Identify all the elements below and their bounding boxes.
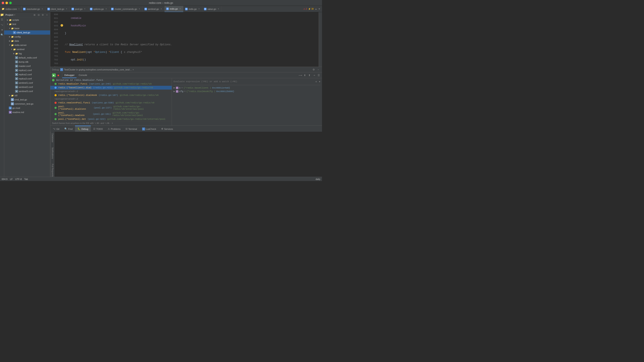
step-into-btn[interactable]: ⬇ (303, 73, 307, 77)
tab-close-icon[interactable]: × (160, 8, 163, 11)
notifications-panel-btn[interactable]: Notifications (51, 147, 54, 159)
tab-pool[interactable]: G pool.go × (70, 6, 88, 12)
pull-requests-panel-btn[interactable]: Pull Requests (51, 164, 54, 177)
resume-btn[interactable]: ▶ (52, 73, 56, 77)
step-over-btn[interactable]: ⟶ (298, 73, 302, 77)
tab-todo[interactable]: ☑ TODO (91, 126, 106, 132)
close-button[interactable] (2, 2, 4, 4)
tab-terminal[interactable]: ⊡ Terminal (123, 126, 140, 132)
step-out-btn[interactable]: ⬆ (307, 73, 312, 77)
var-expand-icon[interactable]: ▶ (174, 86, 175, 89)
frame-1[interactable]: redis.NewDialer.func1 (options.go:246) g… (50, 82, 172, 86)
tab-osscluster[interactable]: G osscluster.go × (22, 6, 46, 12)
tab-redis-go-active[interactable]: G redis.go × (164, 6, 184, 12)
tab-debugger[interactable]: Debugger (62, 73, 76, 78)
code-editor[interactable]: cmdable hooksMixin } // NewClient return… (64, 12, 319, 67)
tree-item-readme-md[interactable]: M readme.md (4, 110, 50, 114)
line-ending-info[interactable]: LF (10, 178, 13, 180)
tab-client-test[interactable]: G client_test.go × (46, 6, 70, 12)
tree-item-go-mod[interactable]: G go.mod (4, 106, 50, 110)
tree-item-master-conf[interactable]: N master.conf (4, 64, 50, 68)
frame-6[interactable]: pool.(*ConnPool).newConn (pool.go:191) g… (50, 111, 172, 117)
tree-item-replica3-conf[interactable]: N replica3.conf (4, 77, 50, 81)
tab-problems[interactable]: ⚠ Problems (105, 126, 123, 132)
tab-console[interactable]: Console (76, 73, 89, 78)
evaluate-input[interactable] (174, 80, 313, 83)
tab-close-icon[interactable]: × (41, 8, 44, 11)
tree-item-config[interactable]: ▶ 📁 config (4, 35, 50, 39)
settings-debug-btn[interactable]: ⚙ (312, 68, 316, 72)
tree-item-replica1-conf[interactable]: N replica1.conf (4, 68, 50, 72)
project-tab[interactable]: 📁 redisx-core ▾ (0, 6, 22, 12)
close-sidebar-btn[interactable]: × (45, 13, 49, 17)
scrollbar-indicator[interactable] (319, 12, 322, 67)
tree-item-cmd-test[interactable]: G cmd_test.go (4, 98, 50, 102)
tree-item-data[interactable]: ▶ 📁 data (4, 39, 50, 43)
expand-all-btn[interactable]: ⊞ (32, 13, 36, 17)
bookmark-tool-icon[interactable]: ★ (0, 28, 4, 32)
tab-close-icon[interactable]: × (178, 7, 182, 10)
tab-luacheck[interactable]: L LuaCheck (140, 126, 159, 132)
tab-redis-go-2[interactable]: G redis.go × (184, 6, 202, 12)
project-dropdown-icon[interactable]: ▾ (18, 8, 20, 10)
close-footer-btn[interactable]: × (112, 122, 113, 124)
var-expand-icon[interactable]: ▶ (174, 90, 175, 93)
tab-close-icon[interactable]: × (217, 8, 220, 11)
tree-item-sentinel1-conf[interactable]: N sentinel1.conf (4, 81, 50, 85)
minimize-debug-btn[interactable]: − (316, 68, 320, 72)
tab-close-icon[interactable]: × (84, 8, 86, 11)
tab-close-icon[interactable]: × (198, 8, 200, 11)
search-tool-icon[interactable]: 🔍 (0, 33, 4, 37)
minimize-button[interactable] (6, 2, 8, 4)
goroutine-header[interactable]: Goroutine 12 redis.NewDialer.func1 (50, 78, 172, 82)
tree-item-base[interactable]: ▼ 📁 base (4, 26, 50, 31)
debug-close-session-icon[interactable]: × (132, 68, 134, 71)
tree-item-test[interactable]: ▼ 📁 test (4, 22, 50, 26)
tree-item-log[interactable]: ▶ 📁 log (4, 51, 50, 56)
tree-item-sentinel[interactable]: ▼ 📁 sentinel (4, 47, 50, 51)
settings-btn[interactable]: ⚙ (41, 13, 45, 17)
tab-cluster-commands[interactable]: G cluster_commands.go × (110, 6, 143, 12)
tab-sentinel[interactable]: G sentinel.go × (143, 6, 164, 12)
tree-item-default-redis-conf[interactable]: N default_redis.conf (4, 56, 50, 60)
frame-2[interactable]: redis.(*baseClient).dial (redis.go:423) … (50, 86, 172, 90)
tab-close-icon[interactable]: × (138, 8, 141, 11)
tree-item-replica2-conf[interactable]: N replica2.conf (4, 72, 50, 77)
maximize-button[interactable] (9, 2, 12, 4)
add-watch-btn[interactable]: + (314, 80, 318, 83)
frame-5[interactable]: pool.(*ConnPool).dialConn (pool.go:227) … (50, 105, 172, 111)
encoding-info[interactable]: UTF-8 (15, 178, 22, 180)
structure-tool-icon[interactable]: ☰ (0, 18, 4, 22)
tree-item-scripts[interactable]: ▶ 📁 scripts (4, 18, 50, 22)
git-tool-icon[interactable]: ⌥ (0, 23, 4, 27)
tab-debug[interactable]: 🐛 Debug (75, 126, 90, 132)
scroll-down-icon[interactable]: ▼ (318, 8, 320, 10)
frames-list-btn[interactable]: ☰ (316, 73, 321, 77)
tree-item-sentinel3-conf[interactable]: N sentinel3.conf (4, 89, 50, 93)
project-dropdown-chevron[interactable]: ▾ (14, 14, 15, 16)
branch-info[interactable]: daily (316, 178, 320, 180)
tab-options[interactable]: G options.go × (88, 6, 110, 12)
tree-item-util[interactable]: ▶ 📁 util (4, 93, 50, 98)
tab-services[interactable]: ⚙ Services (159, 126, 176, 132)
tree-item-dump-rdb[interactable]: N dump.rdb (4, 60, 50, 64)
stop-debug-btn[interactable]: ■ (56, 73, 60, 77)
project-tool-icon[interactable]: 📁 (0, 13, 4, 16)
tree-item-redis-server[interactable]: ▼ 📁 redis-server (4, 43, 50, 47)
tab-close-icon[interactable]: × (65, 8, 68, 11)
tab-git[interactable]: ⌥ Git (50, 126, 62, 132)
frame-7[interactable]: pool.(*ConnPool).Get (pool.go:322) githu… (50, 117, 172, 121)
tree-item-client-test[interactable]: G client_test.go (4, 31, 50, 35)
tab-value[interactable]: G value.go × (202, 6, 222, 12)
frame-3[interactable]: redis.(*hooksMixin).dialHook (redis.go:1… (50, 93, 172, 97)
tab-close-icon[interactable]: × (104, 8, 108, 11)
collapse-all-btn[interactable]: ⊟ (37, 13, 40, 17)
frame-4[interactable]: redis.newConnPool.func1 (options.go:530)… (50, 101, 172, 105)
tree-item-sentinel2-conf[interactable]: N sentinel2.conf (4, 85, 50, 89)
watch-dropdown-btn[interactable]: ▾ (319, 80, 320, 83)
tree-item-commmon-test[interactable]: G commmon_test.go (4, 102, 50, 106)
scroll-up-icon[interactable]: ▲ (315, 8, 317, 10)
database-panel-btn[interactable]: Database (51, 133, 54, 142)
indent-info[interactable]: Tab (24, 178, 28, 180)
run-to-cursor-btn[interactable]: ⇢ (312, 73, 316, 77)
